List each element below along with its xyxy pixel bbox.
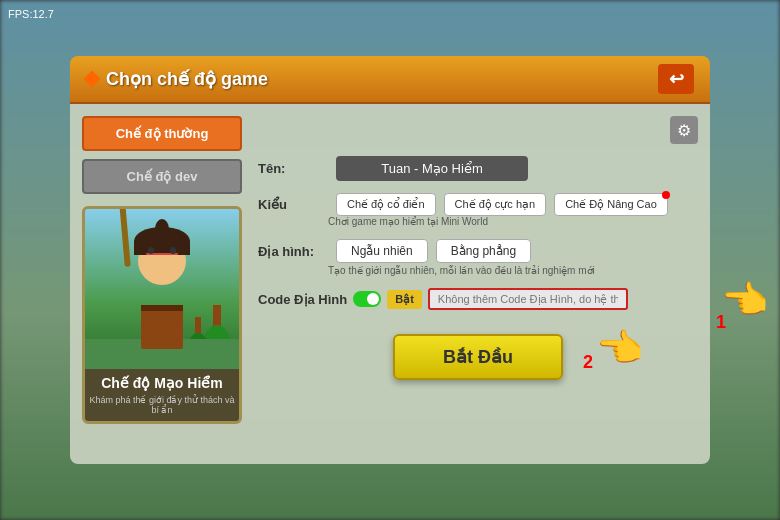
annotation-number-1: 1 bbox=[716, 312, 726, 333]
mode-btn-dev[interactable]: Chế độ dev bbox=[82, 159, 242, 194]
char-card-title: Chế độ Mạo Hiểm bbox=[85, 369, 239, 393]
char-staff bbox=[115, 209, 131, 267]
start-button[interactable]: Bắt Đầu bbox=[393, 334, 563, 380]
settings-row: ⚙ bbox=[258, 116, 698, 144]
style-btn-classic[interactable]: Chế độ cổ điển bbox=[336, 193, 436, 216]
style-btn-extreme[interactable]: Chế độ cực hạn bbox=[444, 193, 547, 216]
modal-body: Chế độ thường Chế độ dev bbox=[70, 104, 710, 464]
hand-pointer-1: 👈 bbox=[721, 278, 768, 322]
modal-title: Chọn chế độ game bbox=[106, 68, 268, 90]
modal-container: Chọn chế độ game ↩ Chế độ thường Chế độ … bbox=[70, 56, 710, 464]
settings-icon[interactable]: ⚙ bbox=[670, 116, 698, 144]
code-toggle[interactable] bbox=[353, 291, 381, 307]
style-section: Kiểu Chế độ cổ điển Chế độ cực hạn Chế Đ… bbox=[258, 193, 698, 227]
style-btn-advanced[interactable]: Chế Độ Nâng Cao bbox=[554, 193, 668, 216]
code-input[interactable] bbox=[428, 288, 628, 310]
char-eye-left bbox=[148, 247, 154, 254]
character-card: Chế độ Mạo Hiểm Khám phá thế giới đầy th… bbox=[82, 206, 242, 424]
left-panel: Chế độ thường Chế độ dev bbox=[82, 116, 242, 452]
terrain-btn-random[interactable]: Ngẫu nhiên bbox=[336, 239, 428, 263]
name-label: Tên: bbox=[258, 161, 328, 176]
char-belt bbox=[141, 305, 183, 311]
char-head bbox=[138, 237, 186, 285]
terrain-label: Địa hình: bbox=[258, 244, 328, 259]
title-left: Chọn chế độ game bbox=[86, 68, 268, 90]
char-hair-bun bbox=[155, 219, 169, 239]
char-eye-right bbox=[170, 247, 176, 254]
style-sub-label: Chơi game mạo hiểm tại Mini World bbox=[328, 216, 768, 227]
terrain-btn-flat[interactable]: Bằng phẳng bbox=[436, 239, 531, 263]
terrain-row: Địa hình: Ngẫu nhiên Bằng phẳng bbox=[258, 239, 698, 263]
name-row: Tên: bbox=[258, 156, 698, 181]
char-image-area bbox=[85, 209, 239, 369]
char-card-subtitle: Khám phá thế giới đầy thử thách và bí ẩn bbox=[85, 393, 239, 421]
modal-titlebar: Chọn chế độ game ↩ bbox=[70, 56, 710, 104]
back-button[interactable]: ↩ bbox=[658, 64, 694, 94]
start-btn-area: Bắt Đầu 👈 2 bbox=[258, 322, 698, 386]
terrain-section: Địa hình: Ngẫu nhiên Bằng phẳng Tạo thế … bbox=[258, 239, 698, 276]
code-on-label: Bật bbox=[387, 290, 422, 309]
mode-btn-normal[interactable]: Chế độ thường bbox=[82, 116, 242, 151]
title-decoration bbox=[84, 71, 101, 88]
char-torso bbox=[141, 305, 183, 349]
terrain-sub-label: Tạo thế giới ngẫu nhiên, mỗi lần vào đều… bbox=[328, 265, 768, 276]
fps-label: FPS:12.7 bbox=[8, 8, 54, 20]
style-row: Kiểu Chế độ cổ điển Chế độ cực hạn Chế Đ… bbox=[258, 193, 698, 216]
name-input[interactable] bbox=[336, 156, 528, 181]
character-body bbox=[138, 237, 186, 349]
annotation-number-2: 2 bbox=[583, 352, 593, 373]
code-label: Code Địa Hình bbox=[258, 292, 347, 307]
hand-pointer-2: 👈 bbox=[596, 326, 643, 370]
code-row: Code Địa Hình Bật 👈 1 bbox=[258, 288, 698, 310]
style-label: Kiểu bbox=[258, 197, 328, 212]
right-panel: ⚙ Tên: Kiểu Chế độ cổ điển Chế độ cực hạ… bbox=[254, 116, 698, 452]
